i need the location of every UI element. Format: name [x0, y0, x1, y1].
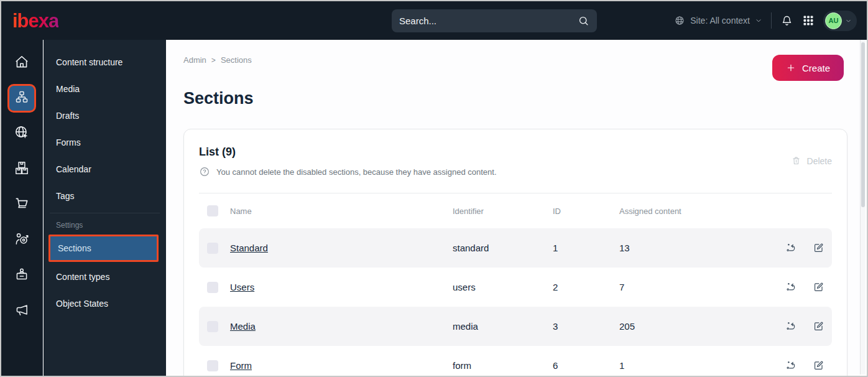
rail-item-site[interactable] — [7, 119, 36, 148]
sidebar-item-forms[interactable]: Forms — [44, 129, 166, 156]
sidebar-item-label: Content structure — [56, 57, 122, 67]
rail-item-content[interactable] — [7, 84, 36, 113]
icon-rail — [1, 40, 43, 376]
edit-icon[interactable] — [813, 281, 824, 293]
edit-icon[interactable] — [813, 360, 824, 371]
site-context-label: Site: All context — [690, 16, 750, 26]
search-input[interactable] — [399, 16, 578, 26]
section-id: 2 — [553, 282, 619, 292]
row-checkbox[interactable] — [207, 243, 218, 254]
rail-item-products[interactable] — [7, 155, 36, 184]
sidebar-settings-label: Settings — [44, 213, 166, 233]
sitemap-icon — [14, 90, 29, 107]
column-header-name: Name — [230, 207, 453, 216]
breadcrumb-separator: > — [211, 56, 216, 65]
sidebar-item-tags[interactable]: Tags — [44, 182, 166, 209]
topbar: ibexa Site: All context — [1, 1, 867, 40]
sidebar-item-content-structure[interactable]: Content structure — [44, 49, 166, 75]
notifications-bell-icon[interactable] — [780, 14, 793, 27]
vertical-scrollbar[interactable] — [860, 40, 866, 375]
user-menu[interactable]: AU — [823, 11, 857, 31]
column-header-id: ID — [553, 207, 619, 216]
globe-icon — [674, 15, 685, 26]
personalization-icon — [14, 231, 30, 249]
sections-list-card: List (9) You cannot delete the disabled … — [183, 129, 847, 377]
sidebar-item-drafts[interactable]: Drafts — [44, 102, 166, 129]
section-name-link[interactable]: Users — [230, 282, 453, 292]
section-identifier: users — [453, 282, 553, 292]
section-assigned-content: 1 — [619, 360, 770, 371]
rail-item-marketing[interactable] — [7, 297, 36, 325]
help-circle-icon — [199, 166, 210, 177]
column-header-identifier: Identifier — [453, 207, 553, 216]
app-window: ibexa Site: All context — [0, 0, 868, 377]
section-name-link[interactable]: Standard — [230, 243, 453, 253]
sidebar-item-content-types[interactable]: Content types — [44, 263, 166, 290]
section-assigned-content: 7 — [619, 282, 770, 292]
corporate-badge-icon — [14, 266, 30, 285]
assign-content-icon[interactable] — [785, 360, 797, 371]
globe-cursor-icon — [14, 124, 30, 143]
breadcrumb-sections: Sections — [221, 55, 252, 65]
assign-content-icon[interactable] — [785, 281, 797, 293]
select-all-checkbox[interactable] — [207, 205, 218, 216]
column-header-assigned-content: Assigned content — [619, 207, 770, 216]
row-checkbox[interactable] — [207, 321, 218, 332]
edit-icon[interactable] — [813, 242, 824, 254]
breadcrumb: Admin > Sections — [183, 55, 252, 65]
section-name-link[interactable]: Form — [230, 360, 453, 371]
table-header: Name Identifier ID Assigned content — [199, 193, 832, 228]
rail-item-personalization[interactable] — [7, 226, 36, 254]
sidebar-item-label: Tags — [56, 191, 75, 201]
section-assigned-content: 205 — [619, 321, 770, 332]
home-icon — [14, 54, 30, 72]
cart-icon — [14, 195, 30, 214]
create-button[interactable]: Create — [772, 55, 844, 81]
sidebar-item-object-states[interactable]: Object States — [44, 290, 166, 317]
section-name-link[interactable]: Media — [230, 321, 453, 332]
section-identifier: media — [453, 321, 553, 332]
plus-icon — [786, 63, 796, 73]
row-checkbox[interactable] — [207, 282, 218, 293]
app-grid-icon[interactable] — [802, 14, 815, 27]
sidebar-item-label: Sections — [58, 243, 91, 253]
page-title: Sections — [183, 89, 254, 108]
topbar-right: Site: All context A — [674, 1, 857, 40]
sidebar-item-media[interactable]: Media — [44, 75, 166, 102]
rail-item-dashboard[interactable] — [7, 49, 36, 77]
search-icon[interactable] — [578, 15, 589, 27]
main-content: Admin > Sections Create Sections List (9… — [166, 40, 860, 376]
sidebar-item-label: Content types — [56, 272, 109, 282]
delete-button[interactable]: Delete — [791, 156, 832, 166]
assign-content-icon[interactable] — [785, 242, 797, 254]
list-info-text: You cannot delete the disabled sections,… — [216, 167, 497, 177]
sidebar-item-label: Drafts — [56, 111, 79, 121]
site-context-dropdown[interactable]: Site: All context — [674, 15, 762, 26]
sidebar-item-sections[interactable]: Sections — [48, 235, 159, 262]
breadcrumb-admin[interactable]: Admin — [183, 55, 206, 65]
topbar-divider — [771, 12, 772, 29]
scrollbar-thumb[interactable] — [861, 42, 865, 207]
section-identifier: standard — [453, 243, 553, 253]
table-row: Users users 2 7 — [199, 268, 832, 307]
products-icon — [14, 160, 30, 179]
sidebar-item-label: Forms — [56, 137, 81, 147]
section-assigned-content: 13 — [619, 243, 770, 253]
ibexa-logo[interactable]: ibexa — [12, 11, 58, 30]
sidebar: Content structure Media Drafts Forms Cal… — [44, 40, 166, 376]
global-search[interactable] — [392, 9, 597, 32]
row-checkbox[interactable] — [207, 360, 218, 371]
sidebar-item-label: Calendar — [56, 164, 91, 174]
list-info: You cannot delete the disabled sections,… — [199, 166, 832, 177]
sidebar-item-label: Object States — [56, 299, 108, 309]
rail-item-commerce[interactable] — [7, 190, 36, 219]
assign-content-icon[interactable] — [785, 320, 797, 332]
chevron-down-icon — [845, 17, 852, 24]
avatar[interactable]: AU — [825, 12, 842, 29]
section-id: 6 — [553, 360, 619, 371]
edit-icon[interactable] — [813, 320, 824, 332]
sidebar-item-label: Media — [56, 84, 80, 94]
delete-button-label: Delete — [807, 156, 832, 166]
rail-item-corporate[interactable] — [7, 261, 36, 290]
sidebar-item-calendar[interactable]: Calendar — [44, 156, 166, 182]
